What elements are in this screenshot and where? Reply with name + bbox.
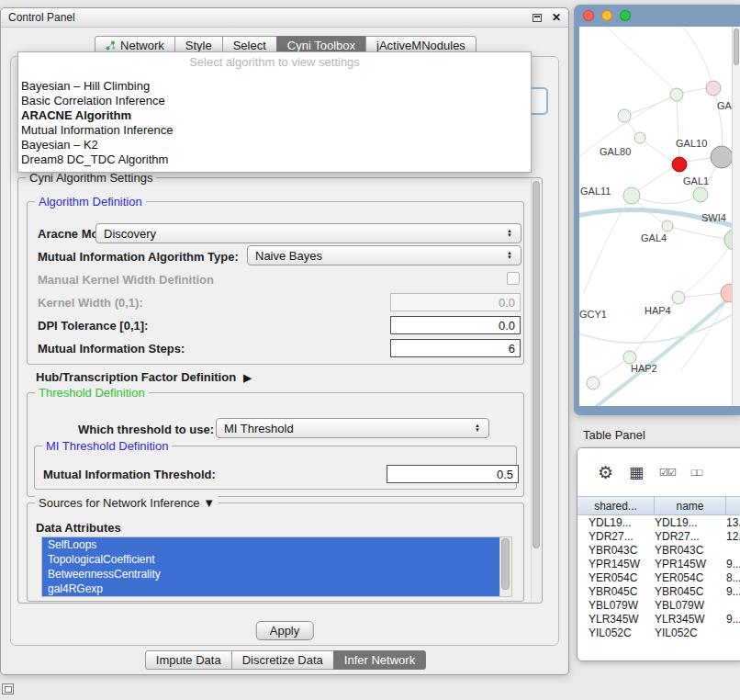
columns-icon[interactable]: ▦ bbox=[629, 463, 644, 482]
clear-selection-icon[interactable]: □□ bbox=[691, 467, 701, 478]
tab-impute-data[interactable]: Impute Data bbox=[145, 650, 232, 670]
table-cell[interactable]: 9... bbox=[726, 613, 740, 627]
algorithm-option[interactable]: Dream8 DC_TDC Algorithm bbox=[18, 152, 531, 167]
float-window-icon[interactable] bbox=[533, 14, 542, 22]
network-node[interactable] bbox=[587, 377, 600, 390]
network-edge[interactable] bbox=[682, 27, 713, 88]
control-panel-titlebar[interactable]: Control Panel ✕ bbox=[1, 8, 568, 28]
table-cell[interactable]: YBR043C bbox=[589, 544, 655, 558]
network-node[interactable] bbox=[693, 187, 708, 202]
table-cell[interactable]: YBR043C bbox=[655, 544, 726, 558]
table-cell[interactable]: YBR045C bbox=[589, 585, 655, 599]
table-cell[interactable]: YPR145W bbox=[655, 558, 726, 571]
settings-scrollbar[interactable] bbox=[531, 179, 541, 602]
mi-steps-field[interactable] bbox=[390, 339, 521, 357]
table-row[interactable]: YPR145WYPR145W9... bbox=[577, 558, 740, 571]
table-cell[interactable]: YIL052C bbox=[655, 627, 726, 640]
attribute-item[interactable]: BetweennessCentrality bbox=[42, 567, 499, 581]
table-cell[interactable]: YBL079W bbox=[589, 599, 655, 613]
table-row[interactable]: YDR27...YDR27...12... bbox=[577, 530, 740, 544]
minimize-traffic-light-icon[interactable] bbox=[601, 10, 612, 21]
table-cell[interactable] bbox=[726, 627, 740, 640]
network-node[interactable] bbox=[672, 157, 687, 172]
table-row[interactable]: YBL079WYBL079W bbox=[577, 599, 740, 613]
attributes-scrollbar-thumb[interactable] bbox=[501, 538, 510, 590]
table-cell[interactable]: 13... bbox=[726, 516, 740, 530]
kernel-width-field[interactable] bbox=[390, 293, 521, 311]
network-node[interactable] bbox=[711, 146, 733, 168]
hub-section-header[interactable]: Hub/Transcription Factor Definition▶ bbox=[36, 370, 252, 384]
table-cell[interactable]: YBR045C bbox=[655, 585, 726, 599]
column-header[interactable] bbox=[726, 497, 740, 514]
table-cell[interactable]: YIL052C bbox=[589, 627, 655, 640]
table-cell[interactable]: YER054C bbox=[589, 571, 655, 585]
close-icon[interactable]: ✕ bbox=[552, 13, 561, 22]
table-cell[interactable]: YBL079W bbox=[655, 599, 726, 613]
table-row[interactable]: YER054CYER054C8... bbox=[577, 571, 740, 585]
table-cell[interactable]: 8... bbox=[726, 571, 740, 585]
apply-button[interactable]: Apply bbox=[256, 621, 314, 640]
dpi-tolerance-field[interactable] bbox=[390, 316, 521, 334]
expand-right-icon[interactable]: ▶ bbox=[243, 372, 251, 383]
mi-threshold-field[interactable] bbox=[387, 465, 519, 483]
column-header[interactable]: shared... bbox=[577, 497, 655, 514]
attribute-item[interactable]: TopologicalCoefficient bbox=[42, 552, 499, 567]
network-edge[interactable] bbox=[667, 226, 728, 239]
algorithm-option[interactable]: Bayesian – Hill Climbing bbox=[18, 79, 531, 94]
table-cell[interactable]: 9... bbox=[726, 585, 740, 599]
table-row[interactable]: YDL19...YDL19...13... bbox=[577, 516, 740, 530]
network-node[interactable] bbox=[672, 291, 685, 304]
table-cell[interactable]: YDL19... bbox=[655, 516, 726, 530]
network-node[interactable] bbox=[706, 81, 721, 96]
table-cell[interactable]: YDL19... bbox=[589, 516, 655, 530]
mi-type-select[interactable]: Naive Bayes bbox=[247, 245, 521, 265]
zoom-traffic-light-icon[interactable] bbox=[620, 10, 631, 21]
table-row[interactable]: YIL052CYIL052C bbox=[577, 627, 740, 640]
attributes-scrollbar[interactable] bbox=[499, 537, 511, 596]
table-cell[interactable] bbox=[726, 599, 740, 613]
network-canvas[interactable]: GALGAL80GAL10GAL11GAL1SWI4GAL4GCY1HAP4HA… bbox=[579, 27, 740, 406]
table-cell[interactable]: YLR345W bbox=[589, 613, 655, 627]
algorithm-option[interactable]: Mutual Information Inference bbox=[18, 123, 531, 138]
network-edge[interactable] bbox=[632, 196, 695, 204]
network-scrollbar[interactable] bbox=[732, 27, 740, 406]
network-node[interactable] bbox=[634, 132, 645, 143]
network-node[interactable] bbox=[623, 187, 640, 204]
restore-panel-icon[interactable] bbox=[2, 683, 14, 694]
table-row[interactable]: YLR345WYLR345W9... bbox=[577, 613, 740, 627]
close-traffic-light-icon[interactable] bbox=[583, 10, 594, 21]
column-header[interactable]: name bbox=[655, 497, 726, 514]
table-row[interactable]: YBR043CYBR043C bbox=[577, 544, 740, 558]
which-threshold-select[interactable]: MI Threshold bbox=[216, 418, 489, 438]
table-cell[interactable]: YDR27... bbox=[589, 530, 655, 544]
manual-kernel-checkbox[interactable] bbox=[507, 272, 520, 285]
settings-scrollbar-thumb[interactable] bbox=[533, 181, 540, 548]
table-cell[interactable]: 9... bbox=[726, 558, 740, 571]
table-cell[interactable]: YER054C bbox=[655, 571, 726, 585]
table-cell[interactable] bbox=[726, 544, 740, 558]
algorithm-option[interactable]: Basic Correlation Inference bbox=[18, 94, 531, 108]
network-node[interactable] bbox=[618, 109, 631, 122]
collapse-down-icon[interactable]: ▼ bbox=[203, 496, 215, 510]
tab-discretize-data[interactable]: Discretize Data bbox=[231, 650, 334, 670]
table-cell[interactable]: YDR27... bbox=[655, 530, 726, 544]
network-edge[interactable] bbox=[607, 27, 675, 91]
network-edge[interactable] bbox=[640, 138, 672, 162]
algorithm-option[interactable]: Bayesian – K2 bbox=[18, 138, 531, 152]
sources-group-title[interactable]: Sources for Network Inference ▼ bbox=[35, 496, 219, 510]
tab-infer-network[interactable]: Infer Network bbox=[333, 650, 426, 670]
table-cell[interactable]: YPR145W bbox=[589, 558, 655, 571]
network-scrollbar-thumb[interactable] bbox=[734, 28, 739, 65]
table-cell[interactable]: YLR345W bbox=[655, 613, 726, 627]
select-all-icon[interactable]: ☑☑ bbox=[659, 467, 676, 479]
network-node[interactable] bbox=[623, 351, 636, 364]
table-cell[interactable]: 12... bbox=[726, 530, 740, 544]
settings-icon[interactable]: ⚙ bbox=[598, 462, 613, 483]
attribute-item[interactable]: SelfLoops bbox=[42, 537, 499, 552]
data-attributes-list[interactable]: SelfLoopsTopologicalCoefficientBetweenne… bbox=[41, 536, 512, 597]
attribute-item[interactable]: gal4RGexp bbox=[42, 581, 499, 596]
network-node[interactable] bbox=[670, 88, 683, 101]
table-row[interactable]: YBR045CYBR045C9... bbox=[577, 585, 740, 599]
aracne-mode-select[interactable]: Discovery bbox=[95, 223, 521, 243]
network-edge[interactable] bbox=[624, 95, 677, 116]
